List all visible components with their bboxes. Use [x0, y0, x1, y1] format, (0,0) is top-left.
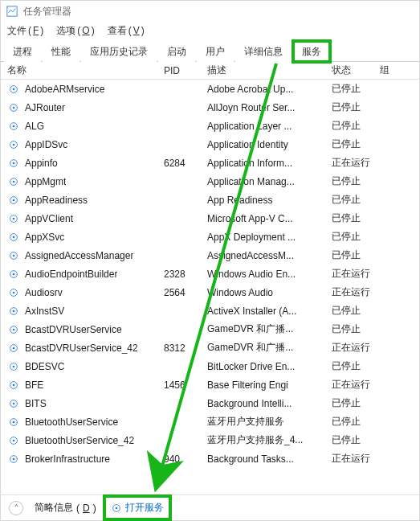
tab-processes[interactable]: 进程 — [4, 41, 41, 62]
service-row[interactable]: BFE1456Base Filtering Engi正在运行 — [1, 375, 419, 394]
service-desc: BitLocker Drive En... — [207, 361, 332, 372]
service-row[interactable]: AppIDSvcApplication Identity已停止 — [1, 135, 419, 154]
service-gear-icon — [7, 212, 20, 225]
brief-info-link[interactable]: 简略信息(D) — [35, 501, 96, 515]
service-desc: AllJoyn Router Ser... — [207, 102, 332, 113]
service-status: 正在运行 — [332, 378, 380, 392]
service-name-cell: Audiosrv — [7, 286, 164, 299]
service-status: 已停止 — [332, 396, 380, 410]
menu-file[interactable]: 文件(F) — [7, 24, 43, 38]
service-status: 正在运行 — [332, 267, 380, 281]
service-gear-icon — [7, 83, 20, 96]
svg-point-2 — [13, 88, 15, 90]
open-services-link[interactable]: 打开服务 — [108, 499, 167, 516]
services-list[interactable]: AdobeARMserviceAdobe Acrobat Up...已停止AJR… — [1, 80, 419, 494]
service-row[interactable]: AppXSvcAppX Deployment ...已停止 — [1, 228, 419, 246]
svg-point-16 — [13, 217, 15, 219]
service-status: 正在运行 — [332, 452, 380, 466]
service-row[interactable]: Audiosrv2564Windows Audio正在运行 — [1, 283, 419, 302]
service-gear-icon — [7, 231, 20, 244]
service-status: 已停止 — [332, 174, 380, 188]
service-status: 已停止 — [332, 415, 380, 429]
tab-users[interactable]: 用户 — [197, 41, 234, 62]
service-row[interactable]: BITSBackground Intelli...已停止 — [1, 394, 419, 412]
service-name: Audiosrv — [25, 287, 63, 298]
column-status[interactable]: 状态 — [332, 64, 380, 77]
service-desc: Application Identity — [207, 139, 332, 150]
svg-point-40 — [13, 439, 15, 441]
service-desc: GameDVR 和广播... — [207, 341, 332, 355]
menu-options[interactable]: 选项(O) — [56, 24, 94, 38]
service-status: 正在运行 — [332, 341, 380, 355]
service-row[interactable]: ALGApplication Layer ...已停止 — [1, 117, 419, 135]
service-row[interactable]: AppReadinessApp Readiness已停止 — [1, 191, 419, 209]
service-row[interactable]: BluetoothUserService_42蓝牙用户支持服务_4...已停止 — [1, 431, 419, 449]
service-name-cell: AssignedAccessManager — [7, 249, 164, 262]
service-row[interactable]: AudioEndpointBuilder2328Windows Audio En… — [1, 265, 419, 283]
service-gear-icon — [7, 286, 20, 299]
svg-point-18 — [13, 236, 15, 238]
service-name-cell: AxInstSV — [7, 305, 164, 318]
service-name: Appinfo — [25, 158, 58, 169]
svg-point-22 — [13, 273, 15, 275]
service-name: AdobeARMservice — [25, 84, 104, 95]
service-gear-icon — [7, 157, 20, 170]
column-header: 名称 PID 描述 状态 组 — [1, 62, 419, 80]
window-title: 任务管理器 — [23, 5, 71, 18]
service-status: 已停止 — [332, 101, 380, 114]
service-row[interactable]: BcastDVRUserServiceGameDVR 和广播...已停止 — [1, 320, 419, 338]
service-status: 已停止 — [332, 82, 380, 96]
column-group[interactable]: 组 — [380, 64, 393, 77]
menu-options-label: 选项 — [56, 24, 75, 38]
service-name-cell: AudioEndpointBuilder — [7, 268, 164, 281]
service-row[interactable]: AJRouterAllJoyn Router Ser...已停止 — [1, 98, 419, 117]
service-name-cell: BrokerInfrastructure — [7, 453, 164, 466]
tab-services[interactable]: 服务 — [293, 41, 330, 62]
svg-point-28 — [13, 328, 15, 330]
tab-performance[interactable]: 性能 — [43, 41, 80, 62]
column-desc[interactable]: 描述 — [207, 64, 332, 77]
svg-point-4 — [13, 106, 15, 109]
column-name[interactable]: 名称 — [7, 64, 164, 77]
service-status: 已停止 — [332, 359, 380, 373]
service-pid: 940 — [164, 453, 207, 465]
column-pid[interactable]: PID — [164, 65, 207, 76]
service-row[interactable]: BDESVCBitLocker Drive En...已停止 — [1, 357, 419, 375]
service-gear-icon — [7, 434, 20, 447]
service-status: 已停止 — [332, 119, 380, 133]
tab-startup[interactable]: 启动 — [158, 41, 195, 62]
service-status: 已停止 — [332, 322, 380, 336]
service-gear-icon — [7, 268, 20, 281]
service-status: 正在运行 — [332, 285, 380, 299]
service-name: BFE — [25, 379, 43, 391]
service-row[interactable]: AppVClientMicrosoft App-V C...已停止 — [1, 209, 419, 228]
service-name: AppXSvc — [25, 232, 64, 243]
service-row[interactable]: AssignedAccessManagerAssignedAccessM...已… — [1, 246, 419, 265]
service-desc: Background Intelli... — [207, 398, 332, 409]
collapse-button[interactable]: ˄ — [9, 501, 23, 515]
service-row[interactable]: BrokerInfrastructure940Background Tasks.… — [1, 449, 419, 468]
service-name-cell: BcastDVRUserService_42 — [7, 342, 164, 355]
service-status: 已停止 — [332, 211, 380, 225]
service-name-cell: BDESVC — [7, 360, 164, 373]
menu-view[interactable]: 查看(V) — [108, 24, 145, 38]
service-desc: Microsoft App-V C... — [207, 213, 332, 224]
service-name: BcastDVRUserService — [25, 324, 122, 335]
menu-view-label: 查看 — [108, 24, 127, 38]
service-row[interactable]: AppMgmtApplication Manag...已停止 — [1, 172, 419, 191]
titlebar: 任务管理器 — [1, 1, 419, 22]
service-row[interactable]: BluetoothUserService蓝牙用户支持服务已停止 — [1, 412, 419, 431]
service-row[interactable]: BcastDVRUserService_428312GameDVR 和广播...… — [1, 338, 419, 357]
service-name-cell: AdobeARMservice — [7, 83, 164, 96]
tab-app-history[interactable]: 应用历史记录 — [81, 41, 157, 62]
service-name: AudioEndpointBuilder — [25, 269, 117, 280]
service-row[interactable]: AxInstSVActiveX Installer (A...已停止 — [1, 302, 419, 320]
service-name: AJRouter — [25, 102, 65, 113]
service-row[interactable]: AdobeARMserviceAdobe Acrobat Up...已停止 — [1, 80, 419, 98]
svg-point-38 — [13, 420, 15, 423]
tab-details[interactable]: 详细信息 — [235, 41, 292, 62]
services-gear-icon — [111, 503, 122, 514]
service-row[interactable]: Appinfo6284Application Inform...正在运行 — [1, 154, 419, 172]
svg-point-32 — [13, 365, 15, 367]
service-desc: Application Layer ... — [207, 121, 332, 132]
